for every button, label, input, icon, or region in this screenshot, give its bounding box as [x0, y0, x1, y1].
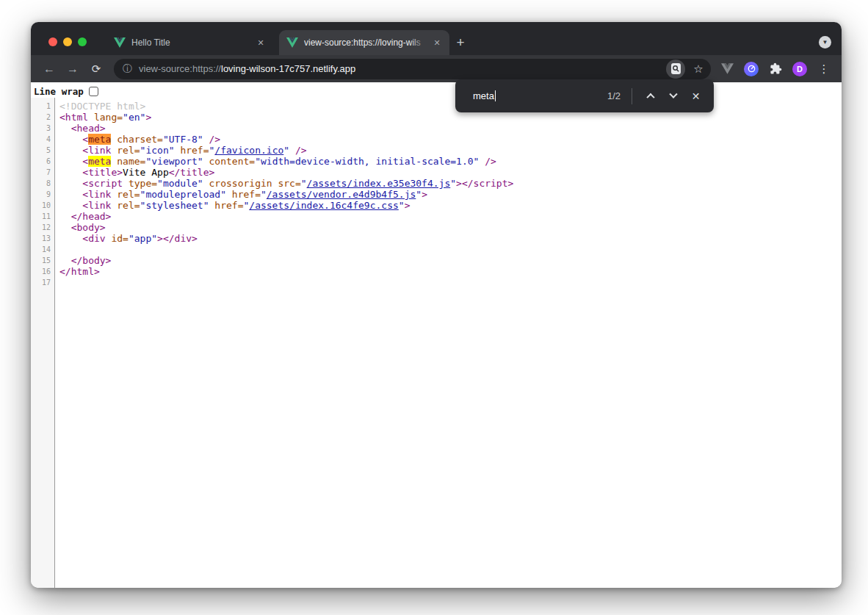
gauge-extension-icon[interactable]	[742, 60, 760, 78]
forward-icon[interactable]: →	[65, 60, 81, 79]
source-link[interactable]: /assets/vendor.e4d9b4f5.js	[267, 189, 416, 200]
chevron-up-icon	[646, 93, 654, 101]
find-in-page-icon[interactable]	[666, 60, 685, 79]
source-segment: >	[422, 189, 427, 200]
source-segment: meta	[88, 134, 111, 145]
gauge-glyph	[744, 62, 759, 76]
source-segment: meta	[88, 156, 111, 167]
source-segment: Vite App	[123, 167, 169, 178]
find-match-counter: 1/2	[607, 90, 621, 101]
line-number: 17	[31, 277, 54, 288]
source-segment: href=	[209, 200, 244, 211]
source-line: <link rel="icon" href="/favicon.ico" />	[59, 145, 842, 156]
source-segment: >	[145, 112, 151, 123]
line-number-gutter: 1234567891011121314151617	[31, 98, 55, 588]
source-segment: </html>	[59, 266, 100, 277]
extensions-puzzle-icon[interactable]	[767, 60, 784, 78]
tab-view-source[interactable]: view-source:https://loving-wils ✕	[279, 30, 449, 55]
source-line: <head>	[59, 123, 842, 134]
source-link[interactable]: /assets/index.e35e30f4.js	[307, 178, 451, 189]
find-next-button[interactable]	[662, 84, 684, 107]
menu-dots-icon[interactable]: ⋮	[815, 60, 833, 78]
source-segment: <!DOCTYPE html>	[59, 101, 145, 112]
source-line: </html>	[59, 266, 842, 277]
source-segment: "	[399, 200, 405, 211]
line-number: 8	[31, 178, 54, 189]
zoom-window-button[interactable]	[78, 37, 87, 46]
find-query-text: meta	[473, 90, 494, 101]
vue-devtools-icon[interactable]	[718, 60, 736, 78]
line-number: 15	[31, 255, 54, 266]
source-segment: "	[283, 145, 289, 156]
line-number: 13	[31, 233, 54, 244]
source-segment: <html	[59, 112, 88, 123]
source-segment: rel=	[111, 145, 140, 156]
line-wrap-label: Line wrap	[34, 86, 84, 97]
close-tab-icon[interactable]: ✕	[254, 36, 267, 49]
find-input[interactable]: meta	[473, 90, 607, 101]
line-number: 9	[31, 189, 54, 200]
new-tab-button[interactable]: +	[449, 30, 471, 55]
source-line	[59, 277, 842, 288]
back-icon[interactable]: ←	[41, 60, 57, 79]
source-segment: "icon"	[140, 145, 175, 156]
source-segment: id=	[106, 233, 129, 244]
line-number: 10	[31, 200, 54, 211]
source-segment: "	[450, 178, 456, 189]
source-segment: <link	[59, 189, 111, 200]
close-window-button[interactable]	[48, 37, 57, 46]
source-segment: rel=	[111, 189, 140, 200]
source-segment: <title>	[59, 167, 123, 178]
source-segment: "	[301, 178, 307, 189]
source-segment: "app"	[129, 233, 157, 244]
address-bar[interactable]: ⓘ view-source:https://loving-wilson-17c7…	[114, 59, 711, 79]
browser-window: Hello Title ✕ view-source:https://loving…	[31, 22, 842, 588]
find-close-button[interactable]: ✕	[684, 84, 707, 107]
find-bar: meta 1/2 ✕	[455, 79, 714, 112]
vue-logo-icon	[114, 37, 126, 48]
close-tab-icon[interactable]: ✕	[430, 36, 444, 49]
source-segment: />	[289, 145, 306, 156]
find-previous-button[interactable]	[639, 84, 662, 107]
source-segment: rel=	[111, 200, 140, 211]
source-line	[59, 244, 842, 255]
tab-hello-title[interactable]: Hello Title ✕	[106, 30, 273, 55]
source-segment: "	[261, 189, 267, 200]
tab-title: view-source:https://loving-wils	[304, 37, 427, 48]
source-segment: name=	[111, 156, 145, 167]
bookmark-star-icon[interactable]: ☆	[690, 60, 707, 78]
line-number: 6	[31, 156, 54, 167]
line-number: 14	[31, 244, 54, 255]
line-wrap-row: Line wrap	[31, 82, 842, 98]
source-segment: <script	[59, 178, 123, 189]
source-segment: crossorigin	[203, 178, 272, 189]
source-link[interactable]: /favicon.ico	[214, 145, 283, 156]
source-code: <!DOCTYPE html><html lang="en"> <head> <…	[55, 98, 842, 588]
source-line: <div id="app"></div>	[59, 233, 842, 244]
line-number: 3	[31, 123, 54, 134]
magnifier-document-glyph	[671, 63, 681, 74]
profile-avatar[interactable]: D	[791, 60, 809, 78]
source-line: </body>	[59, 255, 842, 266]
line-number: 16	[31, 266, 54, 277]
line-number: 1	[31, 101, 54, 112]
source-segment: ></script>	[456, 178, 513, 189]
source-segment: "	[416, 189, 422, 200]
source-segment: content=	[203, 156, 255, 167]
source-line: <meta charset="UTF-8" />	[59, 134, 842, 145]
source-segment: <div	[59, 233, 106, 244]
minimize-window-button[interactable]	[63, 37, 72, 46]
source-segment: </head>	[59, 211, 111, 222]
line-wrap-checkbox[interactable]	[89, 87, 98, 96]
line-number: 5	[31, 145, 54, 156]
source-segment: "en"	[123, 112, 145, 123]
source-segment: lang=	[88, 112, 123, 123]
text-caret	[495, 90, 496, 101]
source-link[interactable]: /assets/index.16c4fe9c.css	[249, 200, 399, 211]
reload-icon[interactable]: ⟳	[88, 60, 104, 79]
site-info-icon[interactable]: ⓘ	[123, 62, 132, 76]
source-line: <title>Vite App</title>	[59, 167, 842, 178]
source-segment: />	[479, 156, 496, 167]
source-segment: "UTF-8"	[163, 134, 203, 145]
tab-search-icon[interactable]: ▼	[819, 36, 831, 48]
